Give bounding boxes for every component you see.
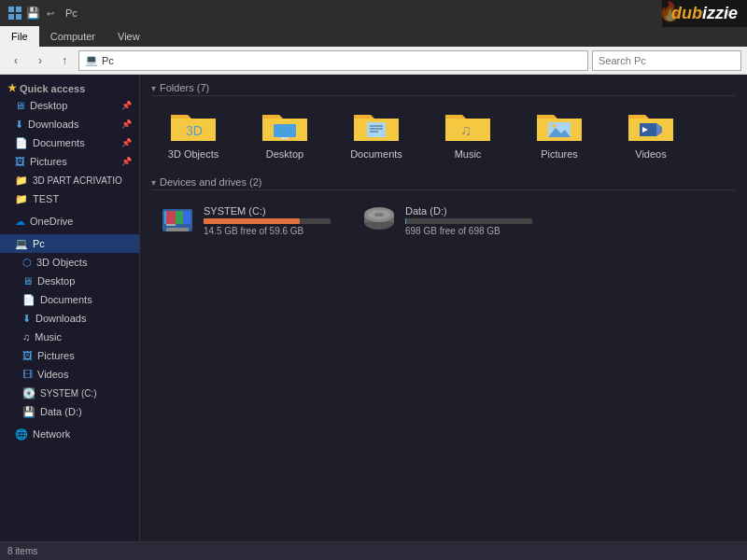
folder-grid: 3D 3D Objects Desktop (151, 102, 736, 163)
drive-c-bar-bg (204, 218, 331, 224)
drive-c-bar-fill (204, 218, 300, 224)
drive-item-d[interactable]: Data (D:) 698 GB free of 698 GB (353, 196, 540, 245)
folder-item-documents[interactable]: Documents (334, 102, 418, 163)
desktop-qa-icon: 🖥 (15, 100, 25, 111)
sidebar-item-desktop-pc[interactable]: 🖥 Desktop (0, 272, 139, 290)
pin-icon: 📌 (121, 157, 132, 166)
status-bar: 8 items (0, 541, 747, 560)
sidebar-item-documents-qa[interactable]: 📄 Documents 📌 (0, 133, 139, 152)
quick-access-icon: ★ (7, 82, 17, 94)
drive-d-bar-fill (405, 218, 406, 224)
drive-d-name: Data (D:) (405, 205, 532, 217)
sidebar-label: OneDrive (30, 216, 73, 227)
path-pc-icon: 💻 (85, 54, 98, 66)
system-c-icon: 💽 (22, 387, 35, 399)
folder-item-desktop[interactable]: Desktop (243, 102, 327, 163)
sidebar-item-pc[interactable]: 💻 Pc (0, 234, 139, 253)
tab-file[interactable]: File (0, 26, 39, 47)
svg-rect-24 (166, 211, 176, 224)
drive-item-c[interactable]: SYSTEM (C:) 14.5 GB free of 59.6 GB (151, 196, 338, 245)
sidebar-label: 3D PART ACRIVATIO (33, 175, 122, 186)
path-text: Pc (102, 55, 114, 66)
drives-section-header: ▾ Devices and drives (2) (151, 176, 736, 190)
folder-icon-videos (627, 105, 675, 145)
up-button[interactable]: ↑ (54, 50, 75, 71)
folder-label-3d: 3D Objects (168, 148, 218, 160)
watermark-text2: izzie (702, 4, 738, 22)
sidebar-item-3dpart[interactable]: 📁 3D PART ACRIVATIO (0, 171, 139, 189)
svg-point-31 (374, 213, 384, 217)
folder-icon-3d: 3D (169, 105, 218, 145)
downloads-pc-icon: ⬇ (22, 313, 31, 325)
app-icon (7, 6, 22, 21)
save-icon: 💾 (25, 6, 40, 21)
drive-grid: SYSTEM (C:) 14.5 GB free of 59.6 GB (151, 196, 736, 245)
sidebar-item-pictures-pc[interactable]: 🖼 Pictures (0, 346, 139, 365)
sidebar-item-network[interactable]: 🌐 Network (0, 425, 139, 443)
address-path[interactable]: 💻 Pc (78, 50, 588, 71)
sidebar-label: Data (D:) (40, 406, 82, 417)
watermark: dubizzie (662, 0, 747, 27)
back-button[interactable]: ‹ (6, 50, 26, 71)
3dobjects-pc-icon: ⬡ (22, 257, 32, 269)
data-d-icon: 💾 (22, 406, 35, 418)
sidebar-label: TEST (33, 193, 59, 204)
folder-item-pictures[interactable]: Pictures (517, 102, 601, 163)
sidebar-item-system-c[interactable]: 💽 SYSTEM (C:) (0, 384, 139, 402)
window-title: Pc (65, 7, 78, 19)
folders-header-text: Folders (7) (160, 82, 209, 93)
address-bar: ‹ › ↑ 💻 Pc (0, 47, 747, 75)
sidebar-label: Desktop (37, 275, 75, 287)
downloads-qa-icon: ⬇ (15, 119, 23, 131)
folder-icon-music: ♫ (444, 105, 492, 145)
sidebar-label: SYSTEM (C:) (40, 388, 97, 399)
undo-icon: ↩ (43, 6, 58, 21)
sidebar-item-desktop-qa[interactable]: 🖥 Desktop 📌 (0, 96, 139, 115)
sidebar-item-videos-pc[interactable]: 🎞 Videos (0, 365, 139, 384)
folder-item-videos[interactable]: Videos (609, 102, 693, 163)
forward-button[interactable]: › (30, 50, 50, 71)
folder-item-3d[interactable]: 3D 3D Objects (151, 102, 235, 163)
svg-rect-25 (176, 211, 183, 224)
sidebar-label: Downloads (35, 313, 86, 324)
pictures-pc-icon: 🖼 (22, 350, 33, 361)
ribbon-tabs: File Computer View (0, 26, 747, 47)
quick-access-label: Quick access (20, 83, 85, 94)
sidebar-item-onedrive[interactable]: ☁ OneDrive (0, 212, 139, 231)
search-input[interactable] (592, 50, 741, 71)
svg-rect-22 (166, 224, 176, 226)
sidebar-item-data-d[interactable]: 💾 Data (D:) (0, 402, 139, 421)
sidebar-item-3dobjects-pc[interactable]: ⬡ 3D Objects (0, 253, 139, 272)
tab-view[interactable]: View (106, 26, 151, 47)
documents-pc-icon: 📄 (22, 294, 35, 306)
sidebar-item-downloads-pc[interactable]: ⬇ Downloads (0, 309, 139, 328)
drive-d-bar-bg (405, 218, 532, 224)
tab-computer[interactable]: Computer (39, 26, 106, 47)
folder-item-music[interactable]: ♫ Music (426, 102, 510, 163)
test-icon: 📁 (15, 193, 28, 205)
svg-text:♫: ♫ (460, 122, 472, 138)
documents-qa-icon: 📄 (15, 137, 28, 149)
drive-d-info: Data (D:) 698 GB free of 698 GB (405, 205, 532, 236)
sidebar-item-music-pc[interactable]: ♫ Music (0, 328, 139, 346)
sidebar-label: Desktop (30, 100, 67, 111)
svg-point-14 (552, 124, 556, 128)
sidebar-item-documents-pc[interactable]: 📄 Documents (0, 290, 139, 309)
svg-rect-0 (8, 7, 14, 12)
svg-rect-26 (183, 211, 190, 224)
sidebar-item-downloads-qa[interactable]: ⬇ Downloads 📌 (0, 115, 139, 133)
title-bar: 💾 ↩ Pc — □ ✕ (0, 0, 747, 26)
sidebar-label: Pictures (37, 350, 75, 361)
folders-section-header: ▾ Folders (7) (151, 82, 736, 96)
3dpart-icon: 📁 (15, 175, 28, 187)
sidebar-item-test[interactable]: 📁 TEST (0, 189, 139, 208)
svg-rect-7 (367, 122, 386, 137)
onedrive-icon: ☁ (15, 216, 25, 228)
title-bar-icons: 💾 ↩ (7, 6, 58, 21)
drive-c-free: 14.5 GB free of 59.6 GB (204, 226, 331, 236)
sidebar-item-pictures-qa[interactable]: 🖼 Pictures 📌 (0, 152, 139, 171)
folder-label-videos: Videos (635, 148, 666, 160)
pin-icon: 📌 (121, 138, 132, 147)
items-count: 8 items (7, 546, 37, 556)
svg-rect-2 (8, 14, 14, 20)
